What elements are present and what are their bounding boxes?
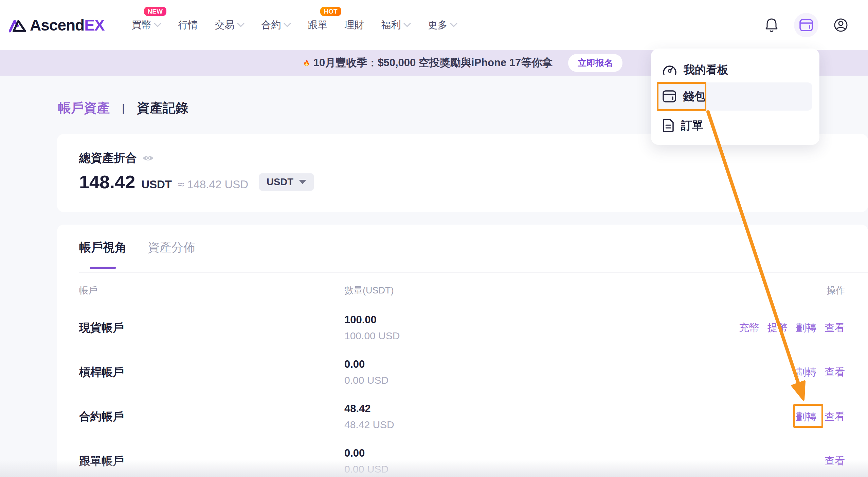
transfer-link-highlighted[interactable]: 劃轉 xyxy=(796,410,816,424)
user-icon xyxy=(834,18,848,32)
table-row-futures-account: 合約帳戶 48.42 48.42 USD 劃轉 查看 xyxy=(79,395,845,439)
nav-item-buy-crypto[interactable]: NEW 買幣 xyxy=(132,18,161,32)
transfer-link[interactable]: 劃轉 xyxy=(796,365,816,379)
nav-item-markets[interactable]: 行情 xyxy=(178,18,198,32)
active-tab-underline xyxy=(90,267,116,269)
chevron-down-icon xyxy=(237,23,245,27)
tabs-divider-line xyxy=(79,272,868,273)
column-account: 帳戶 xyxy=(79,284,97,297)
total-amount: 148.42 xyxy=(79,171,135,192)
total-amount-usd: ≈ 148.42 USD xyxy=(178,178,248,191)
row-actions: 劃轉 查看 xyxy=(796,410,845,424)
accounts-card: 帳戶視角 資產分佈 帳戶 數量(USDT) 操作 現貨帳戶 100.00 100… xyxy=(57,225,868,477)
wallet-icon xyxy=(799,19,813,32)
deposit-link[interactable]: 充幣 xyxy=(739,321,759,335)
wallet-icon xyxy=(662,90,676,103)
account-dropdown-menu: 我的看板 錢包 訂單 xyxy=(651,49,819,145)
nav-item-futures[interactable]: 合約 xyxy=(261,18,291,32)
tab-account-view[interactable]: 帳戶視角 xyxy=(79,240,127,269)
view-link[interactable]: 查看 xyxy=(825,454,845,468)
page-tabs: 帳戶資產 | 資產記錄 xyxy=(58,99,188,117)
nav-right-icons xyxy=(759,13,853,37)
account-amount: 0.00 xyxy=(344,358,388,370)
eye-icon[interactable] xyxy=(142,154,154,162)
row-actions: 查看 xyxy=(825,454,845,468)
total-assets-title: 總資產折合 xyxy=(79,150,137,166)
row-actions: 充幣 提幣 劃轉 查看 xyxy=(739,321,845,335)
nav-item-more[interactable]: 更多 xyxy=(428,18,457,32)
new-badge: NEW xyxy=(144,7,166,16)
chevron-down-icon xyxy=(154,23,161,27)
account-name: 合約帳戶 xyxy=(79,409,124,424)
tab-account-assets[interactable]: 帳戶資產 xyxy=(58,99,110,117)
account-amount-usd: 48.42 USD xyxy=(344,419,394,431)
logo-wordmark: AscendEX xyxy=(30,16,105,34)
nav-menu: NEW 買幣 行情 交易 合約 HOT 跟單 xyxy=(132,18,457,32)
ascendex-assets-page: AscendEX NEW 買幣 行情 交易 合約 xyxy=(0,0,868,477)
view-link[interactable]: 查看 xyxy=(825,365,845,379)
dashboard-icon xyxy=(662,63,677,77)
orders-icon xyxy=(662,118,674,133)
column-amount: 數量(USDT) xyxy=(344,284,394,297)
total-assets-card: 總資產折合 148.42 USDT ≈ 148.42 USD USDT xyxy=(57,134,868,212)
account-amount-usd: 100.00 USD xyxy=(344,330,400,342)
hot-badge: HOT xyxy=(320,7,341,16)
currency-selector[interactable]: USDT xyxy=(259,173,314,191)
account-amount: 48.42 xyxy=(344,403,394,415)
chevron-down-icon xyxy=(450,23,457,27)
transfer-link[interactable]: 劃轉 xyxy=(796,321,816,335)
view-link[interactable]: 查看 xyxy=(825,410,845,424)
caret-down-icon xyxy=(299,180,306,184)
chevron-down-icon xyxy=(284,23,291,27)
signup-now-button[interactable]: 立即报名 xyxy=(568,54,622,72)
bell-icon xyxy=(765,18,778,33)
fire-emoji: 🔥 xyxy=(303,60,310,66)
column-actions: 操作 xyxy=(827,284,845,297)
promo-text: 10月豐收季：$50,000 空投獎勵與iPhone 17等你拿 xyxy=(313,56,553,70)
account-name: 跟單帳戶 xyxy=(79,454,124,469)
account-name: 槓桿帳戶 xyxy=(79,365,124,380)
chevron-down-icon xyxy=(403,23,411,27)
menu-item-wallet[interactable]: 錢包 xyxy=(662,89,705,104)
row-actions: 劃轉 查看 xyxy=(796,365,845,379)
account-name: 現貨帳戶 xyxy=(79,320,124,336)
tab-asset-records[interactable]: 資產記錄 xyxy=(137,99,188,117)
table-row-copy-account: 跟單帳戶 0.00 0.00 USD 查看 xyxy=(79,439,845,477)
total-amount-unit: USDT xyxy=(141,178,172,191)
ascendex-logo-icon xyxy=(9,18,26,33)
tab-asset-distribution[interactable]: 資產分佈 xyxy=(148,240,195,269)
table-row-spot-account: 現貨帳戶 100.00 100.00 USD 充幣 提幣 劃轉 查看 xyxy=(79,306,845,350)
account-amount-usd: 0.00 USD xyxy=(344,463,388,475)
withdraw-link[interactable]: 提幣 xyxy=(767,321,788,335)
top-nav: AscendEX NEW 買幣 行情 交易 合約 xyxy=(0,0,868,50)
tab-divider: | xyxy=(122,102,125,114)
account-amounts: 0.00 0.00 USD xyxy=(344,447,388,475)
ascendex-logo[interactable]: AscendEX xyxy=(9,16,105,34)
account-amount: 0.00 xyxy=(344,447,388,459)
nav-item-earn[interactable]: 理財 xyxy=(345,18,364,32)
nav-item-rewards[interactable]: 福利 xyxy=(381,18,411,32)
account-amounts: 48.42 48.42 USD xyxy=(344,403,394,431)
table-row-margin-account: 槓桿帳戶 0.00 0.00 USD 劃轉 查看 xyxy=(79,350,845,394)
account-button[interactable] xyxy=(829,13,853,37)
account-amounts: 0.00 0.00 USD xyxy=(344,358,388,386)
account-amount-usd: 0.00 USD xyxy=(344,375,388,386)
menu-item-orders[interactable]: 訂單 xyxy=(662,118,703,133)
nav-item-trade[interactable]: 交易 xyxy=(215,18,245,32)
view-tabs: 帳戶視角 資產分佈 xyxy=(79,240,195,269)
view-link[interactable]: 查看 xyxy=(825,321,845,335)
table-header: 帳戶 數量(USDT) 操作 xyxy=(79,284,845,296)
wallet-button[interactable] xyxy=(794,13,818,37)
notifications-button[interactable] xyxy=(759,13,784,37)
account-amounts: 100.00 100.00 USD xyxy=(344,314,400,342)
account-amount: 100.00 xyxy=(344,314,400,326)
menu-item-dashboard[interactable]: 我的看板 xyxy=(662,62,728,78)
nav-item-copy-trading[interactable]: HOT 跟單 xyxy=(308,18,328,32)
